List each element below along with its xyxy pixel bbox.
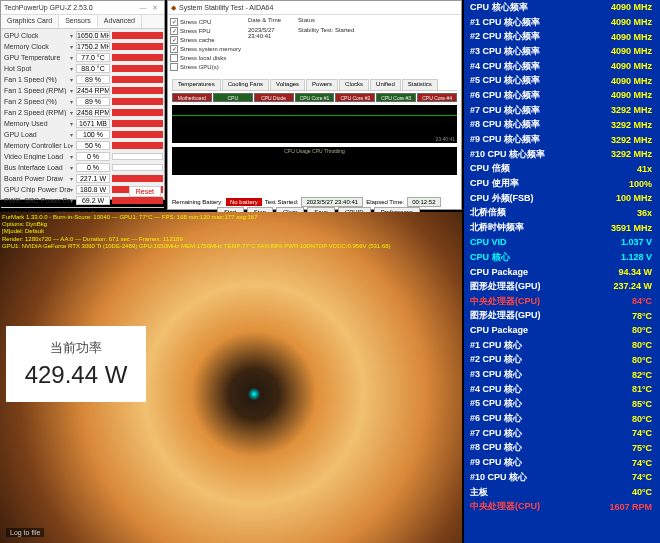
stat-value: 85°C — [632, 399, 652, 409]
stat-row: 主板40°C — [464, 485, 660, 500]
stat-row: CPU 核心频率4090 MHz — [464, 0, 660, 15]
hwinfo-panel: CPU 核心频率4090 MHz#1 CPU 核心频率4090 MHz#2 CP… — [464, 0, 660, 543]
tab-graphics-card[interactable]: Graphics Card — [1, 15, 59, 28]
core-legend-item[interactable]: CPU Core #1 — [295, 93, 335, 102]
subtab[interactable]: Powers — [306, 79, 338, 90]
subtab[interactable]: Cooling Fans — [222, 79, 269, 90]
sensor-label: PWR_SRC Power Draw — [2, 197, 70, 204]
sensor-bar — [112, 197, 163, 204]
checkbox-icon[interactable]: ✓ — [170, 45, 178, 53]
checkbox-icon[interactable]: ✓ — [170, 18, 178, 26]
stat-label: #4 CPU 核心频率 — [470, 60, 611, 73]
stress-option[interactable]: Stress local disks — [170, 53, 245, 62]
checkbox-icon[interactable] — [170, 63, 178, 71]
core-legend-item[interactable]: CPU Core #3 — [376, 93, 416, 102]
sensor-bar — [112, 65, 163, 72]
sensor-row: Fan 1 Speed (%)▾89 % — [2, 74, 163, 84]
sensor-row: Fan 2 Speed (RPM)▾2458 RPM — [2, 107, 163, 117]
tab-advanced[interactable]: Advanced — [98, 15, 142, 28]
core-legend: MotherboardCPUCPU DiodeCPU Core #1CPU Co… — [172, 93, 457, 103]
stat-label: CPU 核心 — [470, 251, 621, 264]
stat-value: 80°C — [632, 355, 652, 365]
stat-row: #3 CPU 核心频率4090 MHz — [464, 44, 660, 59]
sensor-row: Memory Controller Load▾50 % — [2, 140, 163, 150]
sensor-row: Hot Spot▾88.0 °C — [2, 63, 163, 73]
sensor-label: Board Power Draw — [2, 175, 70, 182]
subtab[interactable]: Voltages — [270, 79, 305, 90]
stress-option[interactable]: Stress GPU(s) — [170, 62, 245, 71]
sensor-label: Memory Controller Load — [2, 142, 70, 149]
stress-option[interactable]: ✓Stress system memory — [170, 44, 245, 53]
stat-label: #9 CPU 核心 — [470, 456, 632, 469]
sensor-bar — [112, 153, 163, 160]
stat-value: 94.34 W — [618, 267, 652, 277]
stat-value: 4090 MHz — [611, 32, 652, 42]
reset-button[interactable]: Reset — [129, 186, 161, 197]
cpu-usage-graph: CPU Usage CPU Throttling — [172, 147, 457, 175]
sensor-value: 50 % — [76, 141, 110, 150]
stat-row: #5 CPU 核心频率4090 MHz — [464, 73, 660, 88]
checkbox-icon[interactable] — [170, 54, 178, 62]
stat-label: 图形处理器(GPU) — [470, 309, 632, 322]
stat-value: 80°C — [632, 414, 652, 424]
stat-value: 3292 MHz — [611, 135, 652, 145]
stat-label: CPU 外频(FSB) — [470, 192, 616, 205]
stress-label: Stress FPU — [180, 28, 211, 34]
aida-bottom-bar: Remaining Battery: No battery Test Start… — [172, 197, 457, 207]
stat-label: #3 CPU 核心频率 — [470, 45, 611, 58]
core-legend-item[interactable]: CPU Diode — [254, 93, 294, 102]
sensor-row: Bus Interface Load▾0 % — [2, 162, 163, 172]
furmark-overlay: FurMark 1.33.0.0 - Burn-in-Score: 10040 … — [0, 212, 462, 252]
log-to-file-button[interactable]: Log to file — [6, 528, 44, 537]
sensor-row: GPU Clock▾1650.0 MHz — [2, 30, 163, 40]
stress-option[interactable]: ✓Stress CPU — [170, 17, 245, 26]
stat-label: #7 CPU 核心 — [470, 427, 632, 440]
stat-label: #6 CPU 核心频率 — [470, 89, 611, 102]
checkbox-icon[interactable]: ✓ — [170, 27, 178, 35]
gpuz-titlebar[interactable]: TechPowerUp GPU-Z 2.53.0 — ✕ — [1, 1, 164, 15]
sensor-value: 180.8 W — [76, 185, 110, 194]
minimize-icon[interactable]: — — [137, 4, 149, 11]
graph-timestamp: 23:40:41 — [436, 136, 455, 142]
tab-sensors[interactable]: Sensors — [59, 15, 98, 28]
sensor-bar — [112, 32, 163, 39]
sensor-value: 2458 RPM — [76, 108, 110, 117]
core-legend-item[interactable]: CPU Core #2 — [335, 93, 375, 102]
subtab[interactable]: Temperatures — [172, 79, 221, 90]
stress-option[interactable]: ✓Stress FPU — [170, 26, 245, 35]
stat-label: CPU VID — [470, 237, 621, 247]
sensor-value: 1650.0 MHz — [76, 31, 110, 40]
sensor-row: Fan 2 Speed (%)▾89 % — [2, 96, 163, 106]
stat-label: 中央处理器(CPU) — [470, 295, 632, 308]
sensor-row: Memory Clock▾1750.2 MHz — [2, 41, 163, 51]
sensor-row: Memory Used▾1671 MB — [2, 118, 163, 128]
sensor-bar — [112, 120, 163, 127]
close-icon[interactable]: ✕ — [149, 4, 161, 12]
sensor-label: GPU Clock — [2, 32, 70, 39]
aida-titlebar[interactable]: ◆ System Stability Test - AIDA64 — [168, 1, 461, 15]
core-legend-item[interactable]: CPU Core #4 — [417, 93, 457, 102]
sensor-label: Fan 1 Speed (RPM) — [2, 87, 70, 94]
sensor-bar — [112, 164, 163, 171]
sensor-label: Video Engine Load — [2, 153, 70, 160]
stat-row: 北桥时钟频率3591 MHz — [464, 220, 660, 235]
subtab[interactable]: Statistics — [402, 79, 438, 90]
subtab[interactable]: Clocks — [339, 79, 369, 90]
sensor-value: 0 % — [76, 152, 110, 161]
stat-label: #6 CPU 核心 — [470, 412, 632, 425]
stress-option[interactable]: ✓Stress cache — [170, 35, 245, 44]
test-started-value: 2023/5/27 23:40:41 — [301, 197, 363, 207]
subtab[interactable]: Unified — [370, 79, 401, 90]
elapsed-time-value: 00:12:52 — [407, 197, 440, 207]
stat-label: #8 CPU 核心频率 — [470, 118, 611, 131]
stress-label: Stress cache — [180, 37, 215, 43]
stat-value: 4090 MHz — [611, 90, 652, 100]
core-legend-item[interactable]: CPU — [213, 93, 253, 102]
stat-label: 主板 — [470, 486, 632, 499]
core-legend-item[interactable]: Motherboard — [172, 93, 212, 102]
sensor-label: Memory Clock — [2, 43, 70, 50]
stat-label: CPU 倍频 — [470, 162, 637, 175]
stat-label: 北桥倍频 — [470, 206, 637, 219]
temperature-graph: 23:40:41 — [172, 105, 457, 143]
checkbox-icon[interactable]: ✓ — [170, 36, 178, 44]
